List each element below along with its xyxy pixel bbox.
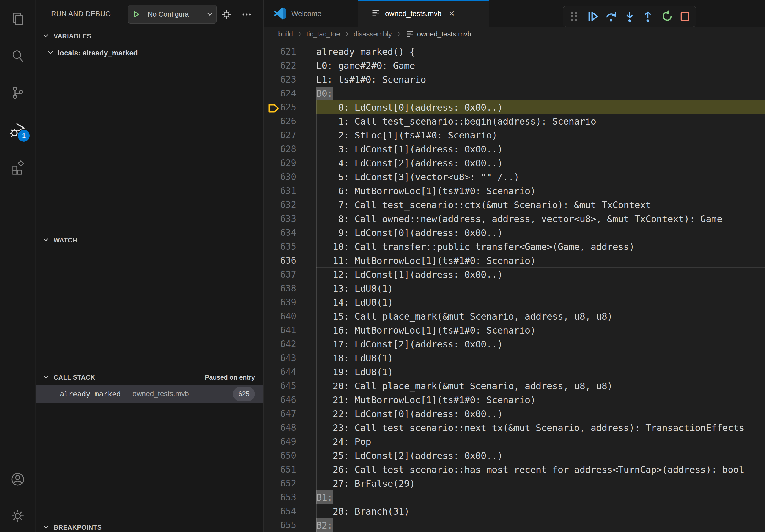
line-number-gutter[interactable]: 638 <box>264 282 316 296</box>
code-line[interactable]: 648 23: Call test_scenario::next_tx(&mut… <box>264 421 765 435</box>
code-line-text[interactable]: 12: LdConst[1](address: 0x00..) <box>316 268 765 282</box>
line-number-gutter[interactable]: 632 <box>264 198 316 212</box>
code-line[interactable]: 642 17: LdConst[2](address: 0x00..) <box>264 337 765 351</box>
code-line-text[interactable]: 1: Call test_scenario::begin(address): S… <box>316 115 765 128</box>
search-icon[interactable] <box>0 43 35 69</box>
code-line[interactable]: 637 12: LdConst[1](address: 0x00..) <box>264 268 765 282</box>
breadcrumb-item[interactable]: build <box>278 30 293 38</box>
code-line[interactable]: 640 15: Call place_mark(&mut Scenario, a… <box>264 309 765 323</box>
debug-settings-gear-icon[interactable] <box>220 8 233 21</box>
code-line-text[interactable]: L0: game#2#0: Game <box>316 59 765 73</box>
explorer-icon[interactable] <box>0 6 35 32</box>
code-line[interactable]: 636 11: MutBorrowLoc[1](ts#1#0: Scenario… <box>264 254 765 268</box>
toolbar-drag-handle[interactable] <box>567 9 581 23</box>
watch-section-header[interactable]: WATCH <box>36 234 264 247</box>
step-over-icon[interactable] <box>604 9 618 23</box>
step-into-icon[interactable] <box>623 9 637 23</box>
step-out-icon[interactable] <box>641 9 655 23</box>
code-line-text[interactable]: 4: LdConst[2](address: 0x00..) <box>316 156 765 170</box>
call-stack-section-header[interactable]: CALL STACK Paused on entry <box>36 371 264 384</box>
code-line[interactable]: 632 7: Call test_scenario::ctx(&mut Scen… <box>264 198 765 212</box>
code-line-text[interactable]: 28: Branch(31) <box>316 504 765 518</box>
code-line-text[interactable]: 26: Call test_scenario::has_most_recent_… <box>316 463 765 476</box>
code-line-text[interactable]: 25: LdConst[2](address: 0x00..) <box>316 449 765 463</box>
code-line[interactable]: 624 B0: <box>264 87 765 101</box>
line-number-gutter[interactable]: 627 <box>264 128 316 142</box>
code-line[interactable]: 645 20: Call place_mark(&mut Scenario, a… <box>264 379 765 393</box>
line-number-gutter[interactable]: 626 <box>264 115 316 128</box>
line-number-gutter[interactable]: 621 <box>264 45 316 59</box>
line-number-gutter[interactable]: 622 <box>264 59 316 73</box>
variables-section-header[interactable]: VARIABLES <box>36 30 264 43</box>
code-line-text[interactable]: 14: LdU8(1) <box>316 296 765 309</box>
launch-configuration-dropdown[interactable]: No Configura <box>128 5 217 24</box>
code-line[interactable]: 625 0: LdConst[0](address: 0x00..) <box>264 101 765 115</box>
code-line[interactable]: 629 4: LdConst[2](address: 0x00..) <box>264 156 765 170</box>
more-actions-icon[interactable] <box>240 8 253 21</box>
line-number-gutter[interactable]: 648 <box>264 421 316 435</box>
code-line[interactable]: 641 16: MutBorrowLoc[1](ts#1#0: Scenario… <box>264 323 765 337</box>
line-number-gutter[interactable]: 623 <box>264 73 316 87</box>
code-line[interactable]: 646 21: MutBorrowLoc[1](ts#1#0: Scenario… <box>264 393 765 407</box>
source-control-icon[interactable] <box>0 80 35 106</box>
code-line-text[interactable]: 9: LdConst[0](address: 0x00..) <box>316 226 765 240</box>
line-number-gutter[interactable]: 647 <box>264 407 316 421</box>
line-number-gutter[interactable]: 624 <box>264 87 316 101</box>
code-line-text[interactable]: 21: MutBorrowLoc[1](ts#1#0: Scenario) <box>316 393 765 407</box>
code-line[interactable]: 633 8: Call owned::new(address, address,… <box>264 212 765 226</box>
code-line-text[interactable]: B1: <box>316 490 765 504</box>
code-line-text[interactable]: 22: LdConst[0](address: 0x00..) <box>316 407 765 421</box>
continue-icon[interactable] <box>586 9 600 23</box>
code-line[interactable]: 647 22: LdConst[0](address: 0x00..) <box>264 407 765 421</box>
line-number-gutter[interactable]: 651 <box>264 463 316 476</box>
code-line-text[interactable]: 2: StLoc[1](ts#1#0: Scenario) <box>316 128 765 142</box>
code-line-text[interactable]: 0: LdConst[0](address: 0x00..) <box>316 101 765 115</box>
code-line[interactable]: 634 9: LdConst[0](address: 0x00..) <box>264 226 765 240</box>
code-line-text[interactable]: 3: LdConst[1](address: 0x00..) <box>316 142 765 156</box>
code-line[interactable]: 626 1: Call test_scenario::begin(address… <box>264 115 765 128</box>
code-line[interactable]: 644 19: LdU8(1) <box>264 365 765 379</box>
breadcrumb-item[interactable]: owned_tests.mvb <box>417 30 471 38</box>
code-line[interactable]: 621 already_marked() { <box>264 45 765 59</box>
code-line[interactable]: 651 26: Call test_scenario::has_most_rec… <box>264 463 765 476</box>
breadcrumb-item[interactable]: tic_tac_toe <box>307 30 340 38</box>
code-line-text[interactable]: 18: LdU8(1) <box>316 351 765 365</box>
line-number-gutter[interactable]: 635 <box>264 240 316 254</box>
code-line-text[interactable]: 15: Call place_mark(&mut Scenario, addre… <box>316 309 765 323</box>
code-line-text[interactable]: 6: MutBorrowLoc[1](ts#1#0: Scenario) <box>316 184 765 198</box>
code-line[interactable]: 643 18: LdU8(1) <box>264 351 765 365</box>
close-tab-icon[interactable]: ✕ <box>448 10 454 17</box>
code-line[interactable]: 650 25: LdConst[2](address: 0x00..) <box>264 449 765 463</box>
code-editor[interactable]: 621 already_marked() { 622 L0: game#2#0:… <box>264 41 765 532</box>
code-line-text[interactable]: 24: Pop <box>316 435 765 449</box>
code-line[interactable]: 649 24: Pop <box>264 435 765 449</box>
code-line[interactable]: 628 3: LdConst[1](address: 0x00..) <box>264 142 765 156</box>
code-line-text[interactable]: 8: Call owned::new(address, address, vec… <box>316 212 765 226</box>
code-line[interactable]: 627 2: StLoc[1](ts#1#0: Scenario) <box>264 128 765 142</box>
line-number-gutter[interactable]: 654 <box>264 504 316 518</box>
code-line-text[interactable]: 5: LdConst[3](vector<u8>: "" /..) <box>316 170 765 184</box>
line-number-gutter[interactable]: 630 <box>264 170 316 184</box>
code-line-text[interactable]: 11: MutBorrowLoc[1](ts#1#0: Scenario) <box>316 254 765 268</box>
line-number-gutter[interactable]: 653 <box>264 490 316 504</box>
start-debugging-icon[interactable] <box>128 5 144 23</box>
line-number-gutter[interactable]: 631 <box>264 184 316 198</box>
code-line[interactable]: 655 B2: <box>264 518 765 532</box>
code-line[interactable]: 654 28: Branch(31) <box>264 504 765 518</box>
breakpoints-section-header[interactable]: BREAKPOINTS <box>36 521 264 532</box>
code-line-text[interactable]: 7: Call test_scenario::ctx(&mut Scenario… <box>316 198 765 212</box>
code-line-text[interactable]: 10: Call transfer::public_transfer<Game>… <box>316 240 765 254</box>
code-line-text[interactable]: B0: <box>316 87 765 101</box>
line-number-gutter[interactable]: 637 <box>264 268 316 282</box>
code-line-text[interactable]: B2: <box>316 518 765 532</box>
line-number-gutter[interactable]: 640 <box>264 309 316 323</box>
stop-icon[interactable] <box>678 9 692 23</box>
line-number-gutter[interactable]: 629 <box>264 156 316 170</box>
code-line-text[interactable]: already_marked() { <box>316 45 765 59</box>
account-icon[interactable] <box>0 466 35 492</box>
line-number-gutter[interactable]: 652 <box>264 476 316 490</box>
line-number-gutter[interactable]: 649 <box>264 435 316 449</box>
line-number-gutter[interactable]: 641 <box>264 323 316 337</box>
code-line[interactable]: 623 L1: ts#1#0: Scenario <box>264 73 765 87</box>
code-line[interactable]: 635 10: Call transfer::public_transfer<G… <box>264 240 765 254</box>
